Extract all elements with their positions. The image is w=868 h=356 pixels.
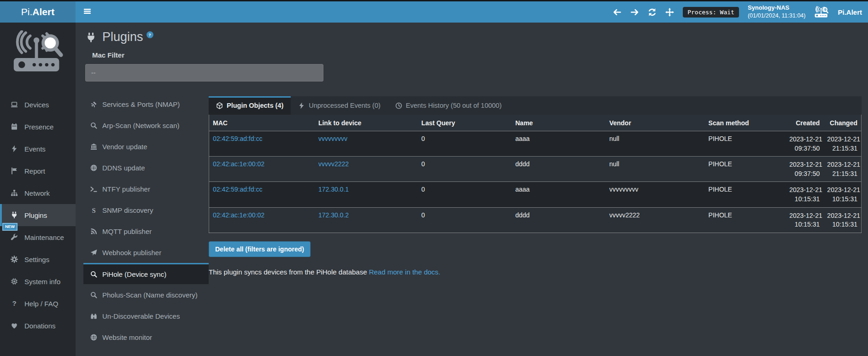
plugin-nav-item-mqtt-publisher[interactable]: MQTT publisher [83,221,209,242]
mac-link[interactable]: 02:42:ac:1e:00:02 [213,211,264,219]
globe-icon [90,164,98,171]
plugin-nav-item-un-discoverable-devices[interactable]: Un-Discoverable Devices [83,305,209,327]
plugin-nav-label: Un-Discoverable Devices [102,312,180,320]
sidebar-item-events[interactable]: Events [0,138,76,160]
rss-icon [90,228,98,235]
sidebar-item-network[interactable]: Network [0,182,76,204]
mac-link[interactable]: 02:42:59:ad:fd:cc [213,186,262,193]
plugin-nav-item-webhook-publisher[interactable]: Webhook publisher [83,242,209,263]
menu-toggle-button[interactable] [76,1,99,23]
mac-filter-label: Mac Filter [92,51,124,59]
cell-mac: 02:42:59:ad:fd:cc [209,182,315,207]
column-header-link-to-device: Link to device [315,115,418,131]
tab-plugin-objects-4[interactable]: Plugin Objects (4) [209,96,291,115]
device-link[interactable]: 172.30.0.1 [318,186,349,193]
plugin-nav-item-ddns-update[interactable]: DDNS update [83,157,209,178]
refresh-icon[interactable] [648,8,657,17]
docs-link[interactable]: Read more in the docs. [369,268,440,276]
sidebar-nav: DevicesPresenceEventsReportNetworkPlugin… [0,93,76,337]
host-name: Synology-NAS [748,4,789,11]
table-row: 02:42:59:ad:fd:cc172.30.0.10aaaavvvvvvvv… [209,182,862,207]
back-icon[interactable] [613,8,622,17]
mac-link[interactable]: 02:42:ac:1e:00:02 [213,160,264,168]
bolt-icon [298,102,305,109]
sidebar-item-donations[interactable]: Donations [0,315,76,337]
paper-plane-icon [90,249,98,256]
sidebar-item-label: Presence [24,123,53,131]
plugin-nav-label: Website monitor [102,333,152,341]
search-icon [90,122,98,129]
sidebar-item-settings[interactable]: Settings [0,248,76,270]
device-link[interactable]: vvvvvvvvv [318,135,347,142]
sidebar-item-label: Donations [24,322,56,330]
sidebar-item-report[interactable]: Report [0,160,76,182]
page-header: Plugins ? [86,30,862,45]
gear-icon [10,256,18,263]
page-title: Plugins [102,30,143,44]
heart-icon [10,322,18,329]
sidebar-item-maintenance[interactable]: MaintenanceNEW [0,226,76,248]
plugin-nav-item-pihole-device-sync[interactable]: PiHole (Device sync) [83,263,209,284]
app-name: Pi.Alert [838,8,862,16]
column-header-last-query: Last Query [418,115,512,131]
cell-name: dddd [512,207,606,233]
cell-mac: 02:42:ac:1e:00:02 [209,157,315,182]
mac-filter-input[interactable] [85,64,323,82]
mac-link[interactable]: 02:42:59:ad:fd:cc [213,135,262,142]
forward-icon[interactable] [630,8,639,17]
cell-link: vvvvv2222 [315,157,418,182]
svg-text:?: ? [12,300,16,307]
tab-label: Events History (50 out of 10000) [406,102,502,109]
tab-label: Unprocessed Events (0) [309,102,381,109]
brand-logo[interactable]: Pi.Alert [0,1,76,23]
sidebar: DevicesPresenceEventsReportNetworkPlugin… [0,23,76,356]
cell-changed: 2023-12-2110:15:31 [823,182,861,207]
plugin-nav-item-vendor-update[interactable]: Vendor update [83,136,209,157]
globe-icon [90,334,98,341]
wrench-icon [10,233,18,241]
cell-scan-method: PIHOLE [705,182,786,207]
plugin-nav-item-pholus-scan-name-discovery[interactable]: Pholus-Scan (Name discovery) [83,284,209,305]
plugin-nav-item-ntfy-publisher[interactable]: NTFY publisher [83,178,209,199]
plugin-nav-label: Vendor update [102,143,147,151]
cell-vendor: null [605,157,704,182]
sidebar-item-system-info[interactable]: System info [0,270,76,292]
device-link[interactable]: 172.30.0.2 [318,211,349,219]
sidebar-item-presence[interactable]: Presence [0,116,76,138]
brand-suffix: Alert [32,6,54,18]
plugin-nav-item-services-ports-nmap[interactable]: Services & Ports (NMAP) [83,93,209,115]
plugin-nav-item-arp-scan-network-scan[interactable]: Arp-Scan (Network scan) [83,115,209,136]
search-icon [90,292,98,298]
plugin-nav-label: NTFY publisher [102,185,150,193]
tab-unprocessed-events-0[interactable]: Unprocessed Events (0) [291,96,388,115]
sidebar-item-label: Help / FAQ [24,300,58,308]
table-row: 02:42:59:ad:fd:ccvvvvvvvvv0aaaanullPIHOL… [209,131,862,157]
plugin-nav-label: Services & Ports (NMAP) [102,100,180,108]
move-icon[interactable] [665,8,674,17]
terminal-icon [90,186,98,193]
tab-events-history-50-out-of-10000[interactable]: Events History (50 out of 10000) [388,96,509,115]
question-icon: ? [10,300,18,307]
cell-created: 2023-12-2109:37:50 [786,157,823,182]
cell-last-query: 0 [418,157,512,182]
svg-text:S: S [92,207,95,214]
delete-all-button[interactable]: Delete all (filters are ignored) [209,241,311,257]
cell-scan-method: PIHOLE [705,131,786,157]
cell-changed: 2023-12-2121:15:31 [823,131,861,157]
device-link[interactable]: vvvvv2222 [318,160,349,168]
sidebar-item-help-faq[interactable]: ?Help / FAQ [0,292,76,315]
sidebar-item-label: Plugins [24,211,47,219]
plugin-nav-item-snmp-discovery[interactable]: SSNMP discovery [83,199,209,221]
bank-icon [90,143,98,150]
calendar-icon [10,123,18,130]
column-header-vendor: Vendor [605,115,704,131]
sidebar-item-devices[interactable]: Devices [0,93,76,116]
plugin-nav-label: DDNS update [102,164,145,172]
sidebar-item-label: Report [24,167,45,175]
help-badge[interactable]: ? [147,31,153,38]
table-row: 02:42:ac:1e:00:02vvvvv22220ddddnullPIHOL… [209,157,862,182]
plugin-nav-item-website-monitor[interactable]: Website monitor [83,327,209,348]
search-icon [90,271,98,278]
column-header-scan-method: Scan method [705,115,786,131]
plugin-nav-label: Pholus-Scan (Name discovery) [102,291,198,299]
